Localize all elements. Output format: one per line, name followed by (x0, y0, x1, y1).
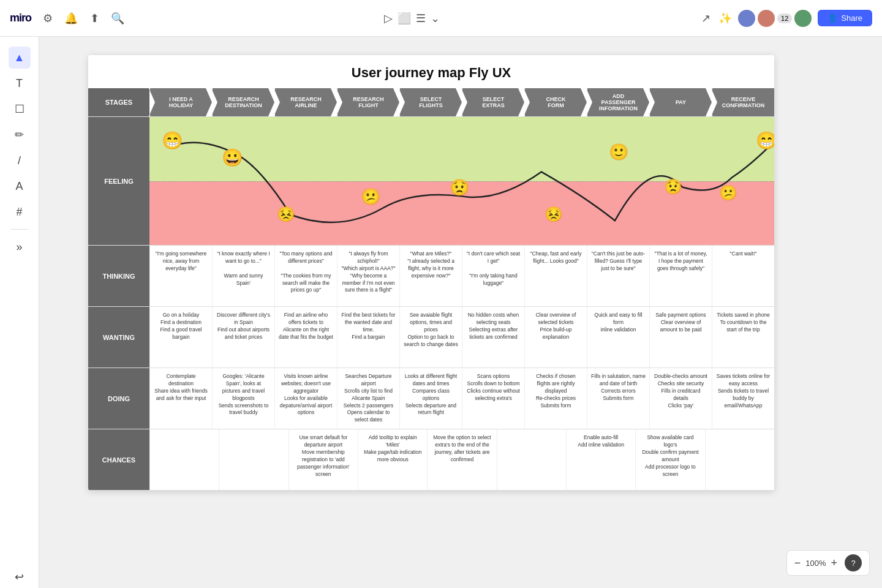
doing-cell-9: Saves tickets online for easy accessSend… (712, 368, 774, 429)
doing-cell-4: Looks at different flight dates and time… (399, 368, 462, 429)
doing-cell-2: Visits known airline websites; doesn't u… (274, 368, 337, 429)
wanting-cell-0: Go on a holidayFind a destinationFind a … (149, 307, 212, 368)
thinking-cell-3: "I always fly from schiphol!""Which airp… (337, 246, 399, 306)
journey-map: User journey map Fly UX STAGES I NEED AH… (88, 55, 774, 491)
doing-cell-7: Fills in salutation, name and date of bi… (587, 368, 649, 429)
thinking-cell-5: "I don't care which seat I get""I'm only… (462, 246, 524, 306)
zoom-level-display: 100% (805, 559, 826, 568)
chances-cell-7: Show available card logo'sDouble confirm… (635, 429, 704, 490)
thinking-label: THINKING (88, 246, 149, 306)
emoji-worried-1: 😟 (450, 178, 469, 197)
sticky-tool[interactable]: ☐ (9, 98, 31, 120)
avatar-group: 12 (738, 10, 812, 27)
map-title: User journey map Fly UX (88, 55, 774, 88)
cursor-icon[interactable]: ↗ (699, 12, 712, 25)
left-sidebar: ▲ T ☐ ✏ / A # » ↩ (0, 37, 39, 588)
thinking-cell-2: "Too many options and different prices""… (274, 246, 337, 306)
emoji-neutral-2: 😕 (719, 184, 737, 202)
chances-label: CHANCES (88, 429, 149, 490)
wanting-cell-3: Find the best tickets for the wanted dat… (337, 307, 399, 368)
pen-tool[interactable]: ✏ (9, 124, 31, 146)
emoji-happy-2: 😁 (756, 130, 774, 151)
stage-add-passenger: ADDPASSENGERINFORMATION (586, 88, 649, 116)
wanting-cell-2: Find an airline who offers tickets to Al… (274, 307, 337, 368)
doing-cell-5: Scans optionsScrolls down to bottomClick… (462, 368, 524, 429)
chances-cell-2: Use smart default for departure airportM… (288, 429, 358, 490)
thinking-cell-8: "That is a lot of money, I hope the paym… (649, 246, 712, 306)
wanting-cell-8: Safe payment optionsClear overview of am… (649, 307, 712, 368)
stage-check-form: CHECKFORM (524, 88, 587, 116)
notifications-icon[interactable]: 🔔 (64, 12, 78, 25)
stages-row: STAGES I NEED AHOLIDAY RESEARCHDESTINATI… (88, 88, 774, 117)
emoji-stressed-1: 😣 (277, 206, 295, 223)
toolbar-center: ▷ ⬜ ☰ ⌄ (384, 12, 440, 25)
avatar-current-user (794, 10, 812, 27)
toolbar: miro ⚙ 🔔 ⬆ 🔍 ▷ ⬜ ☰ ⌄ ↗ ✨ 12 👤 Share (0, 0, 882, 37)
feeling-row: FEELING 😁 😀 😣 😕 😟 😣 🙂 😟 😕 😁 (88, 117, 774, 246)
more-tools[interactable]: » (9, 236, 31, 258)
thinking-cell-1: "I know exactly where I want to go to...… (212, 246, 274, 306)
canvas: User journey map Fly UX STAGES I NEED AH… (39, 37, 882, 588)
emoji-smile-2: 🙂 (609, 143, 628, 162)
thinking-cell-7: "Can't this just be auto-filled? Guess I… (587, 246, 649, 306)
undo-tool[interactable]: ↩ (9, 566, 31, 588)
stage-select-flights: SELECTFLIGHTS (399, 88, 462, 116)
emoji-neutral-1: 😕 (361, 187, 380, 206)
doing-label: DOING (88, 368, 149, 429)
chances-cell-5 (497, 429, 566, 490)
sidebar-divider (11, 229, 28, 230)
emoji-stressed-2: 😣 (545, 206, 563, 223)
doing-cell-3: Searches Departure airportScrolls city l… (337, 368, 399, 429)
share-button[interactable]: 👤 Share (818, 10, 872, 26)
share-icon: 👤 (827, 13, 837, 23)
stage-research-flight: RESEARCHFLIGHT (336, 88, 399, 116)
thinking-cell-9: "Cant wait!" (712, 246, 774, 306)
doing-cell-6: Checks if chosen flights are rightly dis… (524, 368, 587, 429)
help-button[interactable]: ? (845, 554, 862, 571)
chances-cell-1 (219, 429, 288, 490)
toolbar-right: ↗ ✨ 12 👤 Share (699, 10, 872, 27)
play-icon[interactable]: ▷ (384, 12, 393, 25)
chances-cell-8 (705, 429, 774, 490)
emoji-worried-2: 😟 (664, 178, 682, 195)
wanting-label: WANTING (88, 307, 149, 368)
line-tool[interactable]: / (9, 149, 31, 172)
wanting-cell-9: Tickets saved in phoneTo countdown to th… (712, 307, 774, 368)
stage-select-extras: SELECTEXTRAS (461, 88, 524, 116)
collaborator-count: 12 (777, 13, 792, 23)
toolbar-left: miro ⚙ 🔔 ⬆ 🔍 (10, 12, 124, 25)
text-tool[interactable]: T (9, 72, 31, 94)
wanting-cell-7: Quick and easy to fill forminline valida… (587, 307, 649, 368)
stage-holiday: I NEED AHOLIDAY (149, 88, 212, 116)
select-tool[interactable]: ▲ (9, 47, 31, 69)
shape-tool[interactable]: A (9, 175, 31, 197)
stage-pay: PAY (649, 88, 712, 116)
doing-cell-1: Googles: 'Alicante Spain', looks at pict… (212, 368, 274, 429)
thinking-cell-4: "What are Miles?""I already selected a f… (399, 246, 462, 306)
avatar-1 (738, 10, 755, 27)
feeling-content: 😁 😀 😣 😕 😟 😣 🙂 😟 😕 😁 (149, 117, 774, 245)
emoji-smile-1: 😀 (222, 148, 243, 168)
chances-row: CHANCES Use smart default for departure … (88, 429, 774, 491)
magic-icon[interactable]: ✨ (718, 12, 732, 25)
emoji-happy-1: 😁 (162, 130, 183, 151)
wanting-cell-6: Clear overview of selected ticketsPrice … (524, 307, 587, 368)
wanting-cell-5: No hidden costs when selecting seatsSele… (462, 307, 524, 368)
stage-receive-confirmation: RECEIVECONFIRMATION (711, 88, 774, 116)
chances-cell-6: Enable auto-fillAdd inline validation (566, 429, 635, 490)
wanting-cell-4: See avaiable flight options, times and p… (399, 307, 462, 368)
zoom-out-button[interactable]: − (794, 557, 801, 570)
stages-label: STAGES (88, 88, 149, 116)
settings-icon[interactable]: ⚙ (41, 12, 55, 25)
search-icon[interactable]: 🔍 (111, 12, 124, 25)
doing-cell-8: Double-checks amountChecks site security… (649, 368, 712, 429)
board-icon[interactable]: ☰ (416, 12, 426, 25)
chances-cell-3: Add tooltip to explain 'Miles'Make page/… (358, 429, 427, 490)
share-upload-icon[interactable]: ⬆ (88, 12, 101, 25)
feeling-label: FEELING (88, 117, 149, 245)
wanting-cell-1: Discover different city's in SpainFind o… (212, 307, 274, 368)
frame-tool[interactable]: # (9, 201, 31, 223)
frame-icon[interactable]: ⬜ (398, 12, 411, 25)
zoom-in-button[interactable]: + (831, 557, 837, 570)
expand-icon[interactable]: ⌄ (431, 12, 440, 25)
